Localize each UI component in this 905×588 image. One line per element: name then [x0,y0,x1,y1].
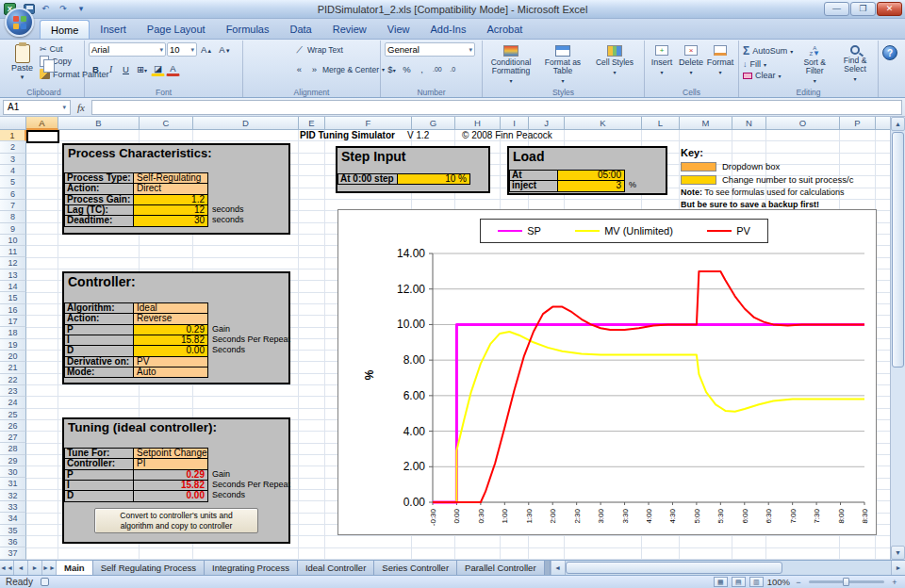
ribbon-tab-page-layout[interactable]: Page Layout [137,20,216,39]
row-header-1[interactable]: 1 [0,130,26,141]
cells-grid[interactable]: PID Tuning Simulator V 1.2 © 2008 Finn P… [26,130,890,560]
row-header-33[interactable]: 33 [0,501,26,513]
row-header-5[interactable]: 5 [0,176,26,188]
percent-icon[interactable]: % [400,62,414,76]
step-input-value[interactable]: 10 % [397,173,470,185]
format-as-table-button[interactable]: Format as Table▾ [538,42,587,86]
grow-font-icon[interactable]: A▲ [198,42,215,57]
selected-cell-a1[interactable] [26,130,59,143]
row-header-28[interactable]: 28 [0,443,26,454]
column-header-P[interactable]: P [840,117,876,130]
column-header-J[interactable]: J [529,117,565,130]
row-header-32[interactable]: 32 [0,490,26,501]
row-header-26[interactable]: 26 [0,420,26,432]
sheet-tab-integrating-process[interactable]: Integrating Process [205,561,298,575]
row-header-7[interactable]: 7 [0,200,26,211]
name-box-dropdown-icon[interactable]: ▾ [62,104,66,111]
ribbon-tab-data[interactable]: Data [279,20,321,39]
row-header-14[interactable]: 14 [0,281,26,292]
first-sheet-icon[interactable]: ◄◄ [0,561,14,575]
align-right-icon[interactable] [277,62,291,76]
row-header-37[interactable]: 37 [0,547,26,559]
row-header-2[interactable]: 2 [0,141,26,153]
orientation-icon[interactable]: ⟋ [292,42,306,57]
font-color-icon[interactable]: A [166,62,180,76]
fill-button[interactable]: ↓Fill▾ [743,59,793,69]
ribbon-tab-view[interactable]: View [377,20,420,39]
row-header-17[interactable]: 17 [0,316,26,327]
italic-button[interactable]: I [104,62,118,76]
sheet-tab-parallel-controller[interactable]: Parallel Controller [457,561,545,575]
column-header-C[interactable]: C [140,117,193,130]
row-header-36[interactable]: 36 [0,536,26,547]
ribbon-tab-add-ins[interactable]: Add-Ins [420,20,476,39]
row-header-10[interactable]: 10 [0,235,26,246]
shrink-font-icon[interactable]: A▼ [216,42,233,57]
last-sheet-icon[interactable]: ►► [42,561,57,575]
office-button[interactable] [5,8,34,37]
row-header-6[interactable]: 6 [0,188,26,200]
borders-icon[interactable]: ⊞▾ [134,62,150,76]
pid-chart[interactable]: SPMV (Unlimited)PV % 0.002.004.006.008.0… [337,209,877,535]
param-value[interactable]: 30 [133,215,208,226]
clear-button[interactable]: Clear▾ [743,71,793,80]
row-header-3[interactable]: 3 [0,154,26,165]
font-size-combo[interactable]: 10▾ [167,42,197,57]
row-header-8[interactable]: 8 [0,211,26,222]
row-header-35[interactable]: 35 [0,525,26,536]
column-header-I[interactable]: I [501,117,529,130]
find-select-button[interactable]: Find & Select▾ [836,42,874,86]
row-header-4[interactable]: 4 [0,165,26,176]
vertical-scrollbar[interactable]: ▲ ▼ [890,117,905,560]
ribbon-tab-home[interactable]: Home [40,20,90,39]
maximize-button[interactable]: ❐ [850,2,876,16]
horizontal-scrollbar[interactable]: ◄ ► [551,561,905,575]
ribbon-tab-insert[interactable]: Insert [90,20,137,39]
row-header-30[interactable]: 30 [0,466,26,478]
comma-icon[interactable]: , [415,62,429,76]
help-icon[interactable]: ? [882,45,897,60]
formula-input[interactable] [91,100,902,115]
ribbon-tab-acrobat[interactable]: Acrobat [476,20,533,39]
format-cells-button[interactable]: Format▾ [707,42,733,86]
zoom-in-icon[interactable]: + [890,578,899,587]
scroll-left-icon[interactable]: ◄ [551,561,566,575]
undo-icon[interactable]: ↶ [38,3,53,16]
column-header-L[interactable]: L [642,117,680,130]
row-header-11[interactable]: 11 [0,246,26,257]
param-value[interactable]: Auto [133,367,208,378]
underline-button[interactable]: U [119,62,133,76]
align-top-icon[interactable] [247,42,261,57]
prev-sheet-icon[interactable]: ◄ [14,561,28,575]
page-layout-view-icon[interactable]: ▤ [732,577,746,587]
row-header-31[interactable]: 31 [0,478,26,489]
bold-button[interactable]: B [89,62,103,76]
column-header-A[interactable]: A [26,117,58,130]
next-sheet-icon[interactable]: ► [28,561,42,575]
row-header-23[interactable]: 23 [0,385,26,397]
sheet-tab-ideal-controller[interactable]: Ideal Controller [298,561,374,575]
zoom-level[interactable]: 100% [767,577,790,587]
align-middle-icon[interactable] [262,42,276,57]
conditional-formatting-button[interactable]: Conditional Formatting▾ [486,42,535,86]
ribbon-tab-formulas[interactable]: Formulas [216,20,280,39]
select-all-corner[interactable] [0,117,26,130]
increase-indent-icon[interactable]: » [307,62,321,76]
fill-color-icon[interactable]: ◪ [151,62,165,76]
align-bottom-icon[interactable] [277,42,291,57]
macro-record-icon[interactable] [41,578,49,586]
decrease-decimal-icon[interactable]: .0 [446,62,460,76]
vertical-scroll-thumb[interactable] [892,132,904,368]
align-left-icon[interactable] [247,62,261,76]
row-header-27[interactable]: 27 [0,432,26,443]
number-format-combo[interactable]: General▾ [385,42,475,57]
scroll-up-icon[interactable]: ▲ [891,117,905,131]
horizontal-scroll-thumb[interactable] [566,562,782,574]
column-header-O[interactable]: O [766,117,840,130]
page-break-view-icon[interactable]: ▥ [749,577,764,587]
decrease-indent-icon[interactable]: « [292,62,306,76]
scroll-down-icon[interactable]: ▼ [891,546,905,560]
row-header-16[interactable]: 16 [0,304,26,316]
ribbon-tab-review[interactable]: Review [322,20,377,39]
paste-button[interactable]: Paste▾ [8,42,37,86]
